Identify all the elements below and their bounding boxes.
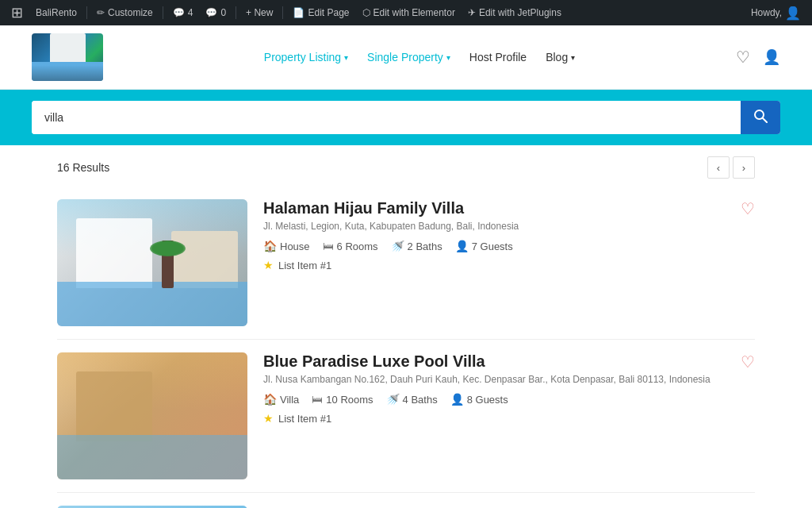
bath-icon-1: 🚿 [391,240,404,252]
site-header: Property Listing ▾ Single Property ▾ Hos… [0,25,812,90]
nav-single-property-label: Single Property [367,51,443,64]
meta-rooms-2: 🛏 10 Rooms [312,393,373,406]
search-button-icon [753,109,768,126]
wp-logo-item[interactable]: ⊞ [6,0,28,25]
jetplugins-item[interactable]: ✈ Edit with JetPlugins [463,0,566,25]
search-input[interactable] [32,101,741,134]
baths-label-1: 2 Baths [408,241,442,252]
palm1 [162,241,174,288]
nav-host-profile[interactable]: Host Profile [462,46,534,68]
meta-guests-2: 👤 8 Guests [450,393,508,406]
guests-label-2: 8 Guests [467,394,508,406]
new-item[interactable]: + New [241,0,278,25]
jetplugins-label: Edit with JetPlugins [479,7,561,18]
wishlist-icon[interactable]: ♡ [736,48,750,67]
customize-item[interactable]: ✏ Customize [92,0,158,25]
listing-title-2[interactable]: Blue Paradise Luxe Pool Villa [263,352,755,371]
wishlist-button-1[interactable]: ♡ [741,199,755,218]
comments-count: 4 [188,7,193,18]
search-button[interactable] [741,101,780,134]
site-logo[interactable] [32,33,103,81]
pagination: ‹ › [707,156,755,179]
nav-blog-label: Blog [546,51,568,64]
nav-property-listing[interactable]: Property Listing ▾ [256,46,356,68]
prev-page-button[interactable]: ‹ [707,156,730,179]
results-count: 16 Results [57,161,109,174]
listing-address-2: Jl. Nusa Kambangan No.162, Dauh Puri Kau… [263,374,755,385]
meta-baths-1: 🚿 2 Baths [391,240,442,252]
listing-rating-1: ★ List Item #1 [263,259,755,271]
logo-pool [32,62,103,81]
admin-bar: ⊞ BaliRento ✏ Customize 💬 4 💬 0 + New 📄 … [0,0,812,25]
elementor-item[interactable]: ⬡ Edit with Elementor [358,0,460,25]
meta-baths-2: 🚿 4 Baths [386,393,438,406]
edit-page-item[interactable]: 📄 Edit Page [288,0,354,25]
type-label-1: House [280,241,310,252]
svg-line-1 [763,118,767,122]
rating-label-2: List Item #1 [278,413,331,425]
meta-rooms-1: 🛏 6 Rooms [323,240,378,252]
sep1 [86,6,87,19]
main-nav: Property Listing ▾ Single Property ▾ Hos… [256,46,583,68]
comments-item[interactable]: 💬 4 [168,0,198,25]
jet-icon: ✈ [468,7,476,18]
baths-label-2: 4 Baths [403,394,438,406]
results-header: 16 Results ‹ › [57,145,755,187]
prev-icon: ‹ [717,162,720,174]
image-scene-1 [57,199,247,326]
header-icons: ♡ 👤 [736,48,780,67]
listing-meta-1: 🏠 House 🛏 6 Rooms 🚿 2 Baths 👤 7 Guests [263,240,755,252]
star-icon-1: ★ [263,259,274,271]
rating-label-1: List Item #1 [278,260,331,271]
meta-guests-1: 👤 7 Guests [455,240,513,252]
listing-title-1[interactable]: Halaman Hijau Family Villa [263,199,755,217]
results-wrapper: 16 Results ‹ › Halaman Hijau Family Vill… [41,145,771,508]
search-section [0,90,812,145]
next-page-button[interactable]: › [733,156,755,179]
elementor-label: Edit with Elementor [373,7,455,18]
rooms-label-1: 6 Rooms [337,241,378,252]
listing-address-1: Jl. Melasti, Legion, Kuta, Kabupaten Bad… [263,221,755,232]
comment-icon: 💬 [173,7,185,18]
listing-body-2: Blue Paradise Luxe Pool Villa Jl. Nusa K… [263,352,755,425]
blog-chevron-icon: ▾ [571,53,575,62]
property-listing-chevron-icon: ▾ [344,53,348,62]
single-property-chevron-icon: ▾ [446,53,450,62]
build2 [171,231,238,288]
home-icon-1: 🏠 [263,240,277,252]
wp-icon: ⊞ [11,4,23,21]
type-label-2: Villa [280,394,299,406]
meta-type-1: 🏠 House [263,240,310,252]
nav-property-listing-label: Property Listing [264,51,341,64]
listing-card-2: Blue Paradise Luxe Pool Villa Jl. Nusa K… [57,340,755,493]
search-bar [32,101,780,134]
pool1 [57,282,247,326]
comment2-icon: 💬 [205,7,217,18]
guest-icon-1: 👤 [455,240,469,252]
nav-host-profile-label: Host Profile [469,51,527,64]
listing-image-1[interactable] [57,199,247,326]
comments2-item[interactable]: 💬 0 [201,0,231,25]
guest-icon-2: 👤 [450,393,464,406]
page-icon: 📄 [293,7,304,18]
customize-label: Customize [108,7,153,18]
site-name-item[interactable]: BaliRento [31,0,82,25]
next-icon: › [742,162,745,174]
new-label: + New [246,7,273,18]
build3 [76,371,152,441]
elementor-icon: ⬡ [362,7,370,18]
star-icon-2: ★ [263,412,274,425]
bed-icon-1: 🛏 [323,240,334,252]
listing-card: Halaman Hijau Family Villa Jl. Melasti, … [57,187,755,340]
user-avatar-icon: 👤 [785,6,801,21]
howdy-item[interactable]: Howdy, 👤 [746,0,806,25]
home-icon-2: 🏠 [263,393,277,406]
nav-blog[interactable]: Blog ▾ [538,46,583,68]
listing-image-2[interactable] [57,352,247,479]
user-account-icon[interactable]: 👤 [763,48,780,66]
wishlist-button-2[interactable]: ♡ [741,352,755,371]
listing-body-1: Halaman Hijau Family Villa Jl. Melasti, … [263,199,755,271]
pencil-icon: ✏ [97,7,105,18]
logo-building [50,33,86,62]
nav-single-property[interactable]: Single Property ▾ [359,46,458,68]
